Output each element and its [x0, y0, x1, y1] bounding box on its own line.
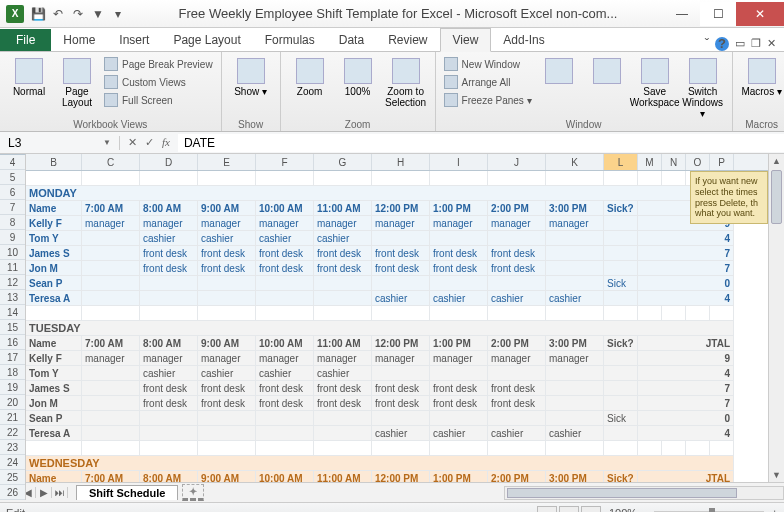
cell[interactable]: 7:00 AM [82, 471, 140, 482]
qat-dropdown-icon[interactable]: ▼ [90, 6, 106, 22]
cell[interactable] [430, 306, 488, 321]
cell[interactable] [314, 171, 372, 186]
cell[interactable] [546, 396, 604, 411]
cell[interactable] [604, 216, 638, 231]
cell[interactable]: 12:00 PM [372, 201, 430, 216]
row-header[interactable]: 26 [0, 485, 25, 500]
cell[interactable]: front desk [198, 396, 256, 411]
cell[interactable] [198, 411, 256, 426]
cell[interactable]: manager [198, 351, 256, 366]
cell[interactable] [140, 276, 198, 291]
ribbon-button[interactable]: Arrange All [442, 74, 534, 90]
view-layout-icon[interactable] [559, 506, 579, 513]
cell[interactable]: 11:00 AM [314, 336, 372, 351]
cell[interactable]: Sean P [26, 411, 82, 426]
row-header[interactable]: 8 [0, 215, 25, 230]
zoom-level[interactable]: 100% [609, 507, 637, 513]
cell[interactable]: cashier [314, 231, 372, 246]
ribbon-button[interactable]: Page Break Preview [102, 56, 215, 72]
cell[interactable] [488, 366, 546, 381]
cell[interactable]: front desk [430, 261, 488, 276]
ribbon-button[interactable] [584, 54, 630, 86]
cell[interactable] [372, 306, 430, 321]
cell[interactable]: front desk [314, 246, 372, 261]
cell[interactable] [256, 171, 314, 186]
cell[interactable] [604, 396, 638, 411]
column-header[interactable]: C [82, 154, 140, 170]
cell[interactable] [430, 441, 488, 456]
ribbon-button[interactable]: Show ▾ [228, 54, 274, 97]
cell[interactable] [546, 231, 604, 246]
cell[interactable]: cashier [430, 291, 488, 306]
ribbon-button[interactable]: Freeze Panes ▾ [442, 92, 534, 108]
cell[interactable]: front desk [198, 381, 256, 396]
cell[interactable] [430, 171, 488, 186]
cell[interactable] [140, 306, 198, 321]
cell[interactable] [662, 441, 686, 456]
qat-overflow-icon[interactable]: ▾ [110, 6, 126, 22]
enter-formula-icon[interactable]: ✓ [145, 136, 154, 149]
cell[interactable] [26, 306, 82, 321]
cell[interactable]: 8:00 AM [140, 471, 198, 482]
cell[interactable]: cashier [256, 366, 314, 381]
tab-file[interactable]: File [0, 29, 51, 51]
ribbon-button[interactable]: Zoom to Selection [383, 54, 429, 108]
cell[interactable]: Sick [604, 276, 638, 291]
cell[interactable]: manager [546, 216, 604, 231]
sheet-next-icon[interactable]: ▶ [36, 487, 52, 498]
cell[interactable]: front desk [430, 381, 488, 396]
cell[interactable]: cashier [546, 291, 604, 306]
cell[interactable]: Sick? [604, 471, 638, 482]
cell[interactable]: 7 [638, 261, 734, 276]
cell[interactable] [686, 441, 710, 456]
cell[interactable] [430, 276, 488, 291]
cell[interactable]: cashier [198, 231, 256, 246]
cell[interactable] [710, 441, 734, 456]
cell[interactable] [710, 306, 734, 321]
row-header[interactable]: 21 [0, 410, 25, 425]
cell[interactable] [604, 381, 638, 396]
cell[interactable]: Sean P [26, 276, 82, 291]
cell[interactable]: 4 [638, 426, 734, 441]
cell[interactable]: Name [26, 471, 82, 482]
cell[interactable] [488, 441, 546, 456]
ribbon-button[interactable] [536, 54, 582, 86]
cell[interactable] [314, 306, 372, 321]
name-box-dropdown-icon[interactable]: ▼ [103, 138, 111, 147]
ribbon-button[interactable]: Zoom [287, 54, 333, 97]
cell[interactable]: cashier [198, 366, 256, 381]
tab-formulas[interactable]: Formulas [253, 29, 327, 51]
cell[interactable] [256, 291, 314, 306]
cell[interactable]: James S [26, 381, 82, 396]
cell[interactable]: front desk [314, 381, 372, 396]
sheet-last-icon[interactable]: ⏭ [52, 487, 68, 498]
cell[interactable] [140, 426, 198, 441]
cell[interactable]: MONDAY [26, 186, 734, 201]
cell[interactable]: 7:00 AM [82, 201, 140, 216]
cell[interactable]: Kelly F [26, 351, 82, 366]
cell[interactable] [256, 411, 314, 426]
tab-insert[interactable]: Insert [107, 29, 161, 51]
cell[interactable] [430, 411, 488, 426]
cell[interactable]: front desk [140, 261, 198, 276]
cell[interactable]: front desk [488, 261, 546, 276]
column-headers[interactable]: BCDEFGHIJKLMNOP [26, 154, 768, 171]
worksheet-grid[interactable]: 4567891011121314151617181920212223242526… [0, 154, 784, 482]
cell[interactable]: front desk [256, 381, 314, 396]
cell[interactable] [638, 441, 662, 456]
cell[interactable]: James S [26, 246, 82, 261]
doc-minimize-icon[interactable]: ▭ [735, 37, 745, 50]
cell[interactable]: manager [488, 351, 546, 366]
cell[interactable]: cashier [314, 366, 372, 381]
row-header[interactable]: 25 [0, 470, 25, 485]
cell[interactable]: 2:00 PM [488, 201, 546, 216]
row-header[interactable]: 4 [0, 155, 25, 170]
cell[interactable] [26, 171, 82, 186]
cell[interactable] [82, 366, 140, 381]
view-pagebreak-icon[interactable] [581, 506, 601, 513]
ribbon-button[interactable]: Normal [6, 54, 52, 97]
cell[interactable]: 7 [638, 246, 734, 261]
cell[interactable] [604, 426, 638, 441]
vertical-scrollbar[interactable]: ▲ ▼ [768, 154, 784, 482]
column-header[interactable]: D [140, 154, 198, 170]
